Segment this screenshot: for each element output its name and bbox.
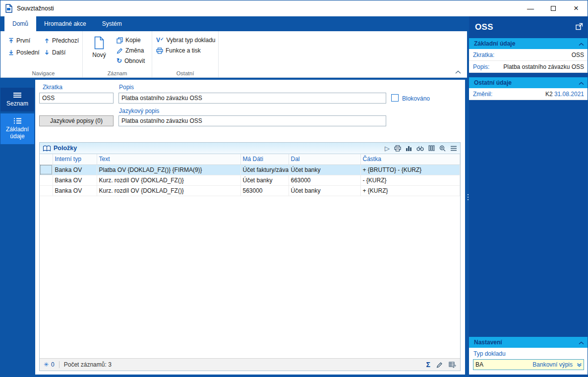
zoom-icon[interactable] bbox=[439, 145, 446, 152]
zkratka-label: Zkratka bbox=[43, 84, 62, 91]
section-nastaveni[interactable]: Nastavení bbox=[469, 337, 588, 348]
typ-dokladu-combo[interactable]: BA Bankovní výpis bbox=[473, 359, 584, 370]
cell[interactable]: Banka OV bbox=[53, 164, 97, 175]
cell[interactable]: Kurz. rozdíl OV {DOKLAD_FZ()} bbox=[97, 185, 240, 196]
group-label-ostatni: Ostatní bbox=[152, 70, 218, 76]
tab-domu[interactable]: Domů bbox=[4, 16, 36, 31]
tab-system[interactable]: Systém bbox=[94, 16, 130, 31]
blokovano-label: Blokováno bbox=[402, 95, 430, 102]
main-area: Seznam Základní údaje Zkratka Popis Blok… bbox=[0, 78, 467, 377]
cell[interactable]: Platba OV {DOKLAD_FZ()} {FIRMA(9)} bbox=[97, 164, 240, 175]
nastaveni-body: Typ dokladu BA Bankovní výpis bbox=[469, 348, 588, 375]
next-button[interactable]: Další bbox=[44, 49, 85, 56]
binoculars-search-icon[interactable] bbox=[416, 146, 424, 151]
polozky-table: Interní typ Text Má Dáti Dal Částka Bank… bbox=[40, 154, 460, 196]
copy-icon bbox=[117, 37, 123, 44]
open-external-icon[interactable] bbox=[576, 23, 583, 32]
settings-asterisk-icon[interactable]: ✳ bbox=[44, 361, 49, 368]
popis-label: Popis bbox=[119, 84, 134, 91]
new-document-icon bbox=[94, 36, 105, 50]
info-row: Popis: Platba ostatního závazku OSS bbox=[469, 61, 588, 73]
ribbon-collapse-chevron-icon[interactable] bbox=[455, 68, 461, 75]
status-counter: 0 bbox=[51, 361, 55, 368]
ribbon-group-zaznam: Nový Kopie Změna ↻ Obnovit bbox=[83, 31, 152, 77]
table-row[interactable]: Banka OV Kurz. rozdíl OV {DOKLAD_FZ()} Ú… bbox=[40, 175, 460, 185]
cell[interactable]: Banka OV bbox=[53, 185, 97, 196]
cell[interactable]: Banka OV bbox=[53, 175, 97, 185]
columns-icon[interactable] bbox=[428, 145, 435, 151]
edit-button[interactable]: Změna bbox=[117, 47, 145, 54]
cell[interactable]: Účet faktury/závaz... bbox=[240, 164, 289, 175]
sidebar-item-zakladni-udaje[interactable]: Základní údaje bbox=[0, 113, 34, 144]
copy-button[interactable]: Kopie bbox=[117, 37, 145, 44]
row-selector[interactable] bbox=[40, 164, 53, 175]
sum-icon[interactable]: Σ bbox=[426, 361, 430, 369]
arrow-to-top-icon bbox=[8, 38, 14, 44]
blokovano-checkbox[interactable] bbox=[391, 94, 399, 102]
cell[interactable]: Kurz. rozdíl OV {DOKLAD_FZ()} bbox=[97, 175, 240, 185]
table-row[interactable]: Banka OV Platba OV {DOKLAD_FZ()} {FIRMA(… bbox=[40, 164, 460, 175]
minimize-icon: — bbox=[527, 4, 534, 12]
zkratka-input[interactable] bbox=[39, 93, 114, 104]
select-document-type-button[interactable]: V✓ Vybrat typ dokladu bbox=[156, 37, 213, 44]
chart-icon[interactable] bbox=[406, 145, 412, 151]
functions-print-button[interactable]: Funkce a tisk bbox=[156, 47, 213, 54]
first-button[interactable]: První bbox=[8, 37, 41, 44]
new-button[interactable]: Nový bbox=[87, 35, 112, 64]
edit-pencil-icon[interactable] bbox=[436, 362, 443, 368]
col-ma-dati[interactable]: Má Dáti bbox=[240, 154, 289, 164]
dropdown-chevron-icon[interactable] bbox=[575, 363, 584, 367]
right-panel-header: OSS bbox=[469, 16, 588, 38]
table-row[interactable]: Banka OV Kurz. rozdíl OV {DOKLAD_FZ()} 5… bbox=[40, 185, 460, 196]
last-button[interactable]: Poslední bbox=[8, 49, 41, 56]
cell[interactable]: - {KURZ} bbox=[360, 175, 460, 185]
previous-button[interactable]: Předchozí bbox=[44, 37, 85, 44]
jazykovy-popis-label: Jazykový popis bbox=[119, 108, 159, 114]
tab-hromadne-akce[interactable]: Hromadné akce bbox=[36, 16, 94, 31]
cell[interactable]: 663000 bbox=[289, 175, 360, 185]
table-empty-area bbox=[40, 196, 460, 359]
collapse-chevron-icon[interactable] bbox=[579, 339, 584, 346]
col-text[interactable]: Text bbox=[97, 154, 240, 164]
record-count: Počet záznamů: 3 bbox=[64, 361, 112, 368]
left-region: Domů Hromadné akce Systém První Předchoz… bbox=[0, 16, 467, 377]
cell[interactable]: Účet banky bbox=[289, 164, 360, 175]
print-icon[interactable] bbox=[394, 145, 401, 152]
info-row: Zkratka: OSS bbox=[469, 49, 588, 61]
collapse-chevron-icon[interactable] bbox=[579, 79, 584, 86]
row-selector[interactable] bbox=[40, 175, 53, 185]
polozky-header: Položky ▷ bbox=[40, 143, 460, 154]
section-ostatni-udaje[interactable]: Ostatní údaje bbox=[469, 77, 588, 88]
polozky-statusbar: ✳ 0 Počet záznamů: 3 Σ bbox=[40, 358, 460, 371]
row-selector-header bbox=[40, 154, 53, 164]
maximize-button[interactable] bbox=[542, 0, 565, 16]
grid-menu-icon[interactable] bbox=[450, 146, 457, 151]
run-icon[interactable]: ▷ bbox=[385, 145, 390, 152]
group-label-zaznam: Záznam bbox=[83, 70, 152, 76]
refresh-button[interactable]: ↻ Obnovit bbox=[117, 57, 145, 64]
status-divider bbox=[59, 361, 59, 368]
close-button[interactable]: × bbox=[565, 0, 588, 16]
row-selector[interactable] bbox=[40, 185, 53, 196]
popis-input[interactable] bbox=[118, 93, 386, 104]
col-interni-typ[interactable]: Interní typ bbox=[53, 154, 97, 164]
app-window: Souvztažnosti — × Domů Hromadné akce Sys… bbox=[0, 0, 588, 377]
col-castka[interactable]: Částka bbox=[360, 154, 460, 164]
ribbon: První Předchozí Poslední Další bbox=[0, 31, 467, 78]
jazykove-popisy-button[interactable]: Jazykové popisy (0) bbox=[39, 115, 114, 126]
col-dal[interactable]: Dal bbox=[289, 154, 360, 164]
titlebar: Souvztažnosti — × bbox=[0, 0, 588, 16]
cell[interactable]: + {BRUTTO} - {KURZ} bbox=[360, 164, 460, 175]
cell[interactable]: Účet banky bbox=[240, 175, 289, 185]
collapse-chevron-icon[interactable] bbox=[579, 40, 584, 47]
sidebar-item-seznam[interactable]: Seznam bbox=[0, 88, 34, 111]
grid-edit-icon[interactable] bbox=[449, 362, 456, 368]
minimize-button[interactable]: — bbox=[519, 0, 542, 16]
table-header-row: Interní typ Text Má Dáti Dal Částka bbox=[40, 154, 460, 164]
cell[interactable]: + {KURZ} bbox=[360, 185, 460, 196]
jazykovy-popis-input[interactable] bbox=[118, 115, 386, 126]
section-zakladni-udaje[interactable]: Základní údaje bbox=[469, 38, 588, 49]
cell[interactable]: Účet banky bbox=[289, 185, 360, 196]
cell[interactable]: 563000 bbox=[240, 185, 289, 196]
typ-dokladu-code[interactable]: BA bbox=[473, 361, 488, 368]
